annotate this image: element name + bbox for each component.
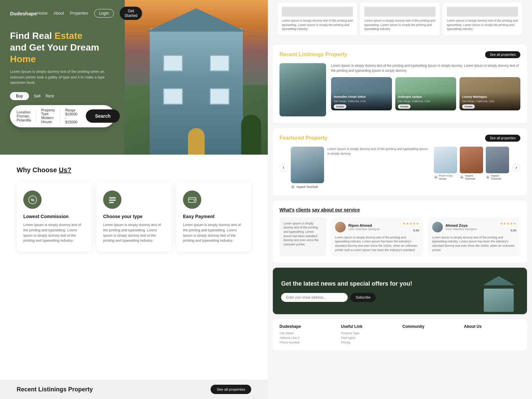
testimonials-section: What's clients say about our service Lor… (273, 200, 527, 263)
top-card-2-text: Lorem Ipsum is simply dummy text of the … (364, 19, 435, 31)
carousel-next-button[interactable]: › (512, 164, 520, 172)
thumb-details-button-2[interactable]: Details (398, 104, 411, 109)
thumb-details-button-1[interactable]: Details (334, 104, 346, 109)
thumb-card-3: Luxury Mantappu San Diego, California, U… (459, 77, 520, 110)
location-field: Location Poznan, Polandia (17, 110, 36, 122)
get-started-button[interactable]: Get Started (120, 7, 142, 20)
thumb-details-button-3[interactable]: Details (462, 104, 475, 109)
house-roof (146, 8, 246, 32)
dot-icon: ● (291, 185, 295, 189)
featured-section-title: Feartured Property (279, 135, 327, 141)
top-card-3-image (447, 7, 518, 17)
reviewer-name-1: Ripon Ahmed (348, 223, 380, 227)
search-bar: Location Poznan, Polandia Property Type … (10, 105, 115, 127)
hero-title-accent2: Home (10, 53, 115, 65)
top-card-3-text: Lorem Ipsum is simply dummy text of the … (447, 19, 518, 31)
reviewer-name-2: Ahmed Zoya (445, 223, 477, 227)
house-window (210, 88, 230, 105)
thumb-name-1: Nomaden Omah Sekut (334, 95, 389, 99)
thumb-overlay-3: Luxury Mantappu San Diego, California, U… (459, 92, 520, 110)
featured-thumbnails: ● Pros'n Cros House ● Yayard Townhall ● (434, 147, 509, 180)
testimonial-card-2: Ahmed Zoya User Interface Designer ★★★★★… (428, 217, 520, 256)
reviewer-header-2: Ahmed Zoya User Interface Designer ★★★★★… (432, 221, 516, 233)
footer-col-useful-link: Useful Link Property Type Find Agent Pri… (341, 324, 398, 345)
range-field: Range $10000 - $15000 (60, 108, 83, 124)
tab-sell[interactable]: Sell (34, 92, 41, 100)
testimonial-card-1: Ripon Ahmed User Interface Designer ★★★★… (331, 217, 423, 256)
newsletter-section: Get the latest news and special offers f… (273, 268, 527, 314)
hero-description: Lorem Ipsum is simply dummy text of the … (10, 69, 115, 85)
newsletter-subscribe-button[interactable]: Subscribe (350, 293, 376, 302)
payment-icon (183, 191, 201, 209)
location-value: Poznan, Polandia (17, 114, 31, 122)
stars-2: ★★★★★ (500, 221, 516, 226)
dot-icon-3: ● (460, 175, 464, 179)
why-choose-section: Why Choose Us? % Lowest Commission Lorem… (0, 155, 268, 380)
reviewer-role-2: User Interface Designer (445, 227, 477, 231)
feat-thumb-name-3: Yayard Townhall (491, 174, 509, 180)
featured-main-item: ● Yayard Townhall (291, 147, 324, 189)
search-button[interactable]: Search (86, 109, 120, 123)
hero-title-line1: Find Real (10, 31, 55, 41)
reviewer-avatar-2 (432, 222, 443, 232)
left-panel: Dudeshape Home About Properties Login Ge… (0, 0, 268, 399)
svg-text:%: % (31, 198, 34, 202)
thumb-location-2: San Diego, California, USA (398, 99, 453, 103)
footer-col-dudeshape: Dudeshape City Street Address Line 2 Pho… (279, 324, 336, 345)
reviewer-rating-1: ★★★★★ 5.00 (403, 221, 419, 233)
footer-col-title-4: About Us (464, 324, 520, 329)
property-type-field: Property Type Modern House (36, 108, 60, 124)
featured-section: Feartured Property See all properties ‹ … (273, 128, 527, 196)
featured-carousel: ‹ ● Yayard Townhall Lorem Ipsum is simpl… (279, 147, 520, 189)
recent-listings-section: Recent Listinings Property See all prope… (273, 45, 527, 123)
location-label: Location (17, 110, 31, 114)
feature-card-payment: Easy Payment Lorem Ipsum is simply dummy… (176, 182, 251, 252)
featured-title-main: Feartured (279, 135, 304, 141)
top-card-2: Lorem Ipsum is simply dummy text of the … (360, 3, 440, 35)
recent-thumbnails: Nomaden Omah Sekut San Diego, California… (331, 77, 520, 110)
recent-see-all-button[interactable]: See all properties (485, 51, 520, 58)
featured-see-all-button[interactable]: See all properties (485, 135, 520, 142)
nav-home[interactable]: Home (37, 11, 48, 16)
nav-about[interactable]: About (54, 11, 64, 16)
newsletter-email-input[interactable] (281, 293, 348, 302)
footer-col-about-us: About Us (464, 324, 520, 345)
feat-thumb-label-3: ● Yayard Townhall (486, 174, 509, 180)
feat-thumb-name-2: Yayard Townhall (465, 174, 483, 180)
newsletter-content: Get the latest news and special offers f… (281, 280, 479, 302)
tab-rent[interactable]: Rent (46, 92, 54, 100)
nav-links: Home About Properties Login Get Started (37, 7, 142, 20)
top-card-1: Lorem Ipsum is simply dummy text of the … (278, 3, 357, 35)
testimonials-title: What's clients say about our service (279, 207, 520, 212)
why-choose-title: Why Choose Us? (17, 166, 251, 174)
property-type-label: Property Type (41, 108, 55, 116)
top-cards-row: Lorem Ipsum is simply dummy text of the … (268, 0, 532, 45)
recent-section-header: Recent Listinings Property See all prope… (279, 51, 520, 58)
footer-col-community: Community (403, 324, 459, 345)
range-label: Range (65, 108, 78, 112)
nav-properties[interactable]: Properties (70, 11, 88, 16)
see-all-bottom-button[interactable]: See all properties (211, 385, 251, 394)
footer-top: Dudeshape City Street Address Line 2 Pho… (273, 319, 527, 350)
feature-title-type: Choose your type (103, 214, 165, 219)
footer-col-item-1-1: City Street (279, 332, 336, 335)
carousel-prev-button[interactable]: ‹ (279, 164, 287, 172)
recent-title-accent: Property (325, 52, 347, 57)
recent-content: Lorem Ipsum is simply dummy text of the … (279, 63, 520, 116)
rating-num-1: 5.00 (413, 229, 419, 232)
feature-card-type: Choose your type Lorem Ipsum is simply d… (96, 182, 171, 252)
svg-rect-3 (109, 200, 116, 201)
range-value: $10000 - $15000 (65, 112, 78, 124)
reviewer-info-1: Ripon Ahmed User Interface Designer (348, 223, 380, 231)
thumb-card-2: Gubuque Apique San Diego, California, US… (395, 77, 456, 110)
featured-main-name: Yayard Townhall (296, 185, 318, 189)
navbar: Dudeshape Home About Properties Login Ge… (10, 7, 115, 20)
property-tabs: Buy Sell Rent (10, 92, 115, 100)
dot-icon-4: ● (486, 175, 490, 179)
tab-buy[interactable]: Buy (10, 92, 29, 100)
footer-col-title-2: Useful Link (341, 324, 398, 329)
login-button[interactable]: Login (94, 9, 114, 18)
hero-image (125, 0, 268, 155)
house-window (210, 55, 230, 71)
hero-section: Dudeshape Home About Properties Login Ge… (0, 0, 268, 155)
